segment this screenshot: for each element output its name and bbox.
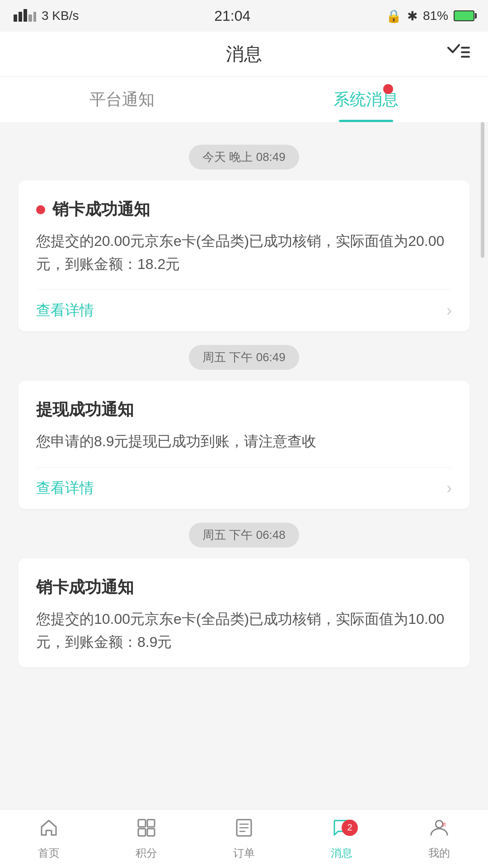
nav-orders[interactable]: 订单 [195,818,293,860]
bottom-nav: 首页 积分 订单 2 [0,809,488,868]
lock-icon: 🔒 [386,9,402,24]
nav-home-label: 首页 [38,846,60,860]
card-body-3: 销卡成功通知 您提交的10.00元京东e卡(全品类)已成功核销，实际面值为10.… [18,558,470,667]
file-icon [234,818,254,842]
svg-rect-2 [23,9,27,22]
message-card-2: 提现成功通知 您申请的8.9元提现已成功到账，请注意查收 查看详情 › [18,381,470,509]
svg-rect-4 [33,12,36,22]
card-content-1: 您提交的20.00元京东e卡(全品类)已成功核销，实际面值为20.00元，到账金… [36,230,452,276]
message-list: 今天 晚上 08:49 销卡成功通知 您提交的20.00元京东e卡(全品类)已成… [0,122,488,809]
home-icon [39,818,59,842]
network-speed: 3 KB/s [42,9,79,23]
status-time: 21:04 [214,8,250,24]
card-footer-1[interactable]: 查看详情 › [18,290,470,331]
signal-icon [14,7,36,25]
card-title-3: 销卡成功通知 [36,576,452,599]
svg-rect-0 [14,14,17,22]
tab-platform-notification[interactable]: 平台通知 [0,77,244,122]
card-arrow-2: › [446,479,452,498]
card-content-2: 您申请的8.9元提现已成功到账，请注意查收 [36,430,452,453]
timestamp-1: 今天 晚上 08:49 [0,145,488,170]
card-link-1[interactable]: 查看详情 [36,301,94,321]
nav-orders-label: 订单 [233,846,255,860]
status-bar: 3 KB/s 21:04 🔒 ✱ 81% [0,0,488,32]
status-left: 3 KB/s [14,7,79,25]
timestamp-2: 周五 下午 06:49 [0,345,488,370]
battery-percent: 81% [423,9,448,23]
card-content-3: 您提交的10.00元京东e卡(全品类)已成功核销，实际面值为10.00元，到账金… [36,608,452,654]
nav-messages-label: 消息 [331,846,352,860]
scrollbar[interactable] [481,122,484,258]
card-arrow-1: › [446,301,452,320]
card-body-2: 提现成功通知 您申请的8.9元提现已成功到账，请注意查收 [18,381,470,467]
card-link-2[interactable]: 查看详情 [36,478,94,498]
timestamp-3: 周五 下午 06:48 [0,523,488,547]
unread-dot-1 [36,205,45,214]
message-badge: 2 [342,820,358,836]
svg-rect-3 [28,14,32,22]
tabs: 平台通知 系统消息 [0,77,488,122]
card-body-1: 销卡成功通知 您提交的20.00元京东e卡(全品类)已成功核销，实际面值为20.… [18,180,470,289]
card-footer-2[interactable]: 查看详情 › [18,467,470,509]
svg-rect-10 [138,829,145,836]
grid-icon [136,818,156,842]
svg-text:农: 农 [442,822,446,827]
svg-rect-1 [19,12,22,22]
tab-platform-label: 平台通知 [89,89,155,111]
status-right: 🔒 ✱ 81% [386,9,474,24]
nav-home[interactable]: 首页 [0,818,98,860]
message-card-1: 销卡成功通知 您提交的20.00元京东e卡(全品类)已成功核销，实际面值为20.… [18,180,470,331]
message-card-3: 销卡成功通知 您提交的10.00元京东e卡(全品类)已成功核销，实际面值为10.… [18,558,470,667]
bluetooth-icon: ✱ [407,9,418,24]
nav-mine-label: 我的 [428,846,450,860]
svg-rect-8 [138,820,145,827]
card-title-1: 销卡成功通知 [36,198,452,221]
svg-rect-9 [147,820,155,827]
nav-points-label: 积分 [136,846,157,860]
battery-icon [454,10,474,21]
check-list-icon[interactable] [446,43,470,65]
page-title: 消息 [226,42,262,66]
nav-messages[interactable]: 2 消息 [293,818,390,860]
nav-points[interactable]: 积分 [98,818,195,860]
card-title-2: 提现成功通知 [36,399,452,421]
svg-rect-11 [147,829,155,836]
tab-system-badge [383,84,393,94]
user-icon: 农 [429,818,449,842]
header: 消息 [0,32,488,77]
nav-mine[interactable]: 农 我的 [390,818,488,860]
tab-system-message[interactable]: 系统消息 [244,77,488,122]
